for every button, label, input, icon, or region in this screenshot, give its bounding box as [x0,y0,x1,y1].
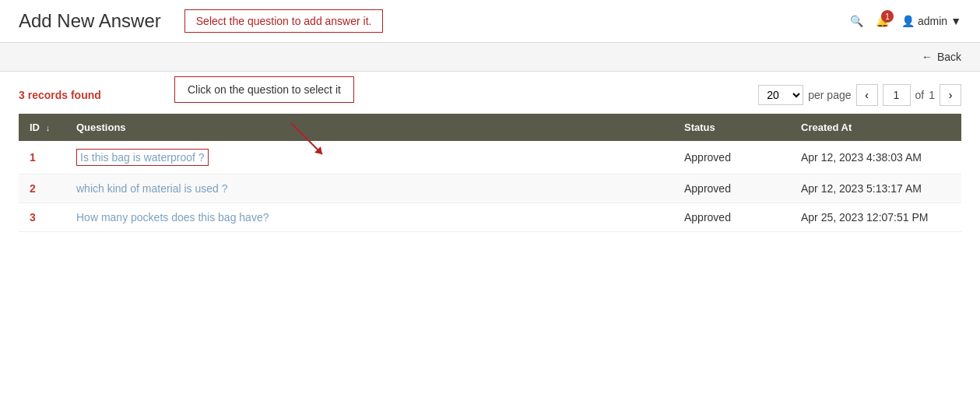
records-number: 3 [19,89,25,101]
cell-id: 3 [19,203,65,232]
table-row[interactable]: 1Is this bag is waterproof ?ApprovedApr … [19,141,961,174]
tooltip-callout: Click on the question to select it [174,76,354,103]
page-title: Add New Answer [19,10,161,32]
col-header-created: Created At [790,114,961,141]
highlighted-question[interactable]: Is this bag is waterproof ? [76,149,209,166]
col-header-questions: Questions [65,114,673,141]
questions-table: ID ↓ Questions Status Created At 1Is thi… [19,114,961,232]
main-content: 3 records found Click on the question to… [0,72,980,245]
table-row[interactable]: 2which kind of material is used ?Approve… [19,174,961,203]
current-page: 1 [883,84,911,106]
cell-question[interactable]: How many pockets does this bag have? [65,203,673,232]
header: Add New Answer Select the question to ad… [0,0,980,43]
cell-status: Approved [673,141,790,174]
cell-created-at: Apr 12, 2023 4:38:03 AM [790,141,961,174]
bell-wrapper: 🔔 1 [876,15,889,27]
table-row[interactable]: 3How many pockets does this bag have?App… [19,203,961,232]
col-header-status: Status [673,114,790,141]
cell-created-at: Apr 25, 2023 12:07:51 PM [790,203,961,232]
back-label: Back [937,51,961,63]
user-icon: 👤 [901,15,915,27]
cell-id: 1 [19,141,65,174]
records-count: 3 records found [19,89,101,101]
cell-created-at: Apr 12, 2023 5:13:17 AM [790,174,961,203]
admin-label: admin [918,15,947,27]
cell-id: 2 [19,174,65,203]
per-page-label: per page [808,89,851,101]
notification-badge: 1 [881,10,894,23]
per-page-select[interactable]: 20 50 100 [758,85,803,105]
search-icon: 🔍 [850,15,863,27]
table-header-row: ID ↓ Questions Status Created At [19,114,961,141]
sort-icon: ↓ [46,123,51,132]
records-row: 3 records found Click on the question to… [19,84,961,106]
question-link[interactable]: which kind of material is used ? [76,182,228,195]
page-of-label: of [915,89,925,101]
question-link[interactable]: How many pockets does this bag have? [76,211,269,224]
back-button[interactable]: ← Back [922,51,961,63]
prev-page-button[interactable]: ‹ [856,84,878,106]
arrow-left-icon: ← [922,51,933,63]
header-icons: 🔍 🔔 1 👤 admin ▼ [850,15,961,27]
chevron-down-icon: ▼ [950,15,961,27]
admin-menu-button[interactable]: 👤 admin ▼ [901,15,961,27]
toolbar-bar: ← Back [0,43,980,72]
cell-question[interactable]: Is this bag is waterproof ? [65,141,673,174]
search-button[interactable]: 🔍 [850,15,863,27]
pagination: 20 50 100 per page ‹ 1 of 1 › [758,84,961,106]
col-header-id: ID ↓ [19,114,65,141]
cell-question[interactable]: which kind of material is used ? [65,174,673,203]
cell-status: Approved [673,203,790,232]
records-label: records found [28,89,101,101]
total-pages: 1 [929,89,935,101]
cell-status: Approved [673,174,790,203]
question-link[interactable]: Is this bag is waterproof ? [80,151,205,164]
next-page-button[interactable]: › [940,84,961,106]
header-callout-box: Select the question to add answer it. [184,9,384,33]
